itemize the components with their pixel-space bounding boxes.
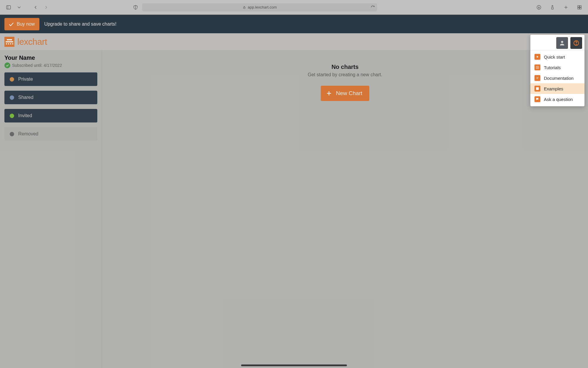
help-menu-item-label: Examples (544, 86, 563, 91)
sidebar-item-label: Invited (18, 113, 32, 118)
svg-rect-3 (243, 7, 245, 9)
svg-rect-28 (538, 87, 539, 89)
status-dot-icon (10, 114, 14, 118)
doc-icon (534, 75, 540, 81)
svg-rect-9 (578, 6, 579, 7)
divider (530, 50, 584, 50)
buy-now-label: Buy now (17, 21, 35, 27)
upgrade-text: Upgrade to share and save charts! (44, 21, 116, 27)
download-icon[interactable] (535, 3, 543, 11)
svg-marker-23 (537, 67, 538, 68)
address-bar[interactable]: app.lexchart.com (142, 3, 377, 11)
status-dot-icon (10, 132, 14, 136)
user-icon (559, 40, 565, 46)
new-chart-label: New Chart (336, 90, 363, 97)
lock-icon (243, 6, 246, 9)
subscription-text: Subscribed until: 4/17/2022 (12, 63, 62, 68)
sidebar-toggle-icon[interactable] (4, 3, 13, 11)
help-menu-item-tutorials[interactable]: Tutorials (530, 62, 584, 73)
svg-rect-29 (536, 89, 537, 90)
help-menu-item-label: Documentation (544, 76, 574, 81)
svg-rect-10 (580, 6, 581, 7)
verified-badge-icon (4, 62, 10, 68)
help-menu-item-label: Ask a question (544, 97, 573, 102)
video-icon (534, 64, 540, 70)
help-button[interactable] (570, 37, 582, 49)
sidebar-item-label: Removed (18, 131, 38, 137)
back-icon[interactable] (31, 3, 40, 11)
svg-marker-21 (537, 56, 538, 58)
svg-point-18 (561, 41, 563, 43)
url-text: app.lexchart.com (248, 5, 277, 9)
help-menu-item-label: Tutorials (544, 65, 561, 70)
svg-rect-0 (6, 6, 11, 9)
help-menu-item-documentation[interactable]: Documentation (530, 73, 584, 83)
help-menu: Quick startTutorialsDocumentationExample… (530, 35, 584, 106)
chevron-down-icon[interactable] (15, 3, 23, 11)
svg-rect-30 (538, 89, 539, 90)
svg-rect-27 (536, 87, 537, 89)
reload-icon[interactable] (371, 5, 375, 9)
buy-now-button[interactable]: Buy now (4, 18, 39, 30)
check-icon (8, 21, 14, 27)
sidebar-item-invited[interactable]: Invited (4, 109, 97, 122)
svg-rect-11 (578, 7, 579, 9)
help-menu-item-label: Quick start (544, 54, 565, 59)
status-dot-icon (10, 95, 14, 100)
sidebar-item-removed[interactable]: Removed (4, 127, 97, 141)
svg-point-20 (576, 44, 576, 44)
status-dot-icon (10, 77, 14, 82)
new-chart-button[interactable]: New Chart (321, 86, 370, 101)
app-header: lexchart (0, 33, 588, 50)
logo-text: lexchart (17, 37, 47, 47)
plus-icon[interactable] (562, 3, 570, 11)
plus-icon (325, 90, 333, 97)
forward-icon[interactable] (42, 3, 50, 11)
profile-button[interactable] (556, 37, 568, 49)
user-name-title: Your Name (4, 54, 97, 61)
sidebar: Your Name Subscribed until: 4/17/2022 Pr… (0, 50, 102, 368)
play-icon (534, 54, 540, 60)
sidebar-item-label: Shared (18, 95, 34, 100)
sidebar-item-label: Private (18, 77, 33, 82)
sidebar-item-shared[interactable]: Shared (4, 91, 97, 104)
chat-icon (534, 96, 540, 102)
help-menu-item-ask-a-question[interactable]: Ask a question (530, 94, 584, 105)
empty-subtitle: Get started by creating a new chart. (308, 72, 382, 77)
home-indicator (241, 364, 347, 366)
shield-icon[interactable] (131, 3, 140, 11)
app-body: Your Name Subscribed until: 4/17/2022 Pr… (0, 50, 588, 368)
help-menu-item-quick-start[interactable]: Quick start (530, 52, 584, 62)
logo[interactable]: lexchart (4, 37, 47, 47)
help-icon (573, 40, 579, 46)
sidebar-item-private[interactable]: Private (4, 72, 97, 86)
svg-rect-12 (580, 7, 581, 9)
browser-chrome: app.lexchart.com (0, 0, 588, 15)
empty-title: No charts (331, 64, 358, 70)
main-content: No charts Get started by creating a new … (102, 50, 588, 368)
grid-icon (534, 86, 540, 92)
share-icon[interactable] (548, 3, 557, 11)
upgrade-banner: Buy now Upgrade to share and save charts… (0, 15, 588, 33)
logo-mark-icon (4, 37, 14, 47)
help-menu-item-examples[interactable]: Examples (530, 83, 584, 94)
tabs-icon[interactable] (575, 3, 584, 11)
subscription-row: Subscribed until: 4/17/2022 (4, 62, 97, 68)
